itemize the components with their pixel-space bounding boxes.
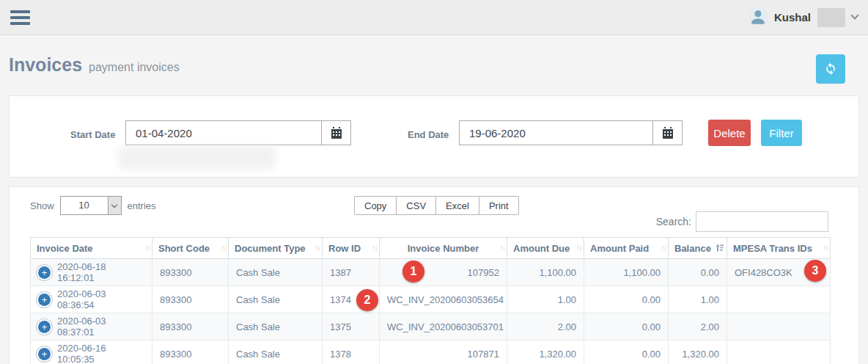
- menu-icon[interactable]: [10, 10, 30, 25]
- cell-invoice-date: 2020-06-03 08:37:01: [57, 316, 144, 338]
- cell-document-type: Cash Sale: [229, 313, 323, 341]
- page-title-text: Invoices: [9, 54, 82, 76]
- excel-button[interactable]: Excel: [435, 196, 479, 215]
- sort-amount-icon: [715, 243, 724, 254]
- topbar: Kushal: [0, 0, 868, 35]
- cell-invoice-date: 2020-06-03 08:36:54: [57, 288, 144, 310]
- filter-panel: Start Date End Date Delete Filter: [9, 95, 859, 178]
- plus-circle-icon[interactable]: +: [38, 348, 51, 360]
- end-date-label: End Date: [408, 129, 449, 140]
- cell-amount-due: 1.00: [507, 286, 584, 313]
- user-menu[interactable]: Kushal: [749, 7, 858, 29]
- page-header: Invoices payment invoices: [0, 35, 868, 94]
- cell-balance: 1.00: [669, 286, 727, 313]
- cell-invoice-date: 2020-06-16 10:05:35: [57, 343, 144, 364]
- start-date-input[interactable]: [126, 121, 321, 145]
- sort-arrows-icon: ↑↓: [315, 243, 320, 252]
- cell-invoice-number: 107952: [380, 259, 507, 286]
- page-length-select[interactable]: 10: [60, 196, 122, 215]
- start-date-group: [125, 120, 351, 145]
- cell-mpesa-trans-ids: [727, 313, 831, 341]
- cell-amount-paid: 0.00: [584, 286, 669, 313]
- table-row: +2020-06-16 10:05:35 893300 Cash Sale 13…: [31, 341, 831, 364]
- column-header-row-id[interactable]: Row ID↑↓: [323, 238, 380, 259]
- export-buttons: Copy CSV Excel Print: [354, 196, 519, 215]
- cell-short-code: 893300: [152, 259, 229, 286]
- page-subtitle: payment invoices: [89, 61, 180, 74]
- cell-balance: 2.00: [669, 313, 727, 341]
- cell-row-id: 1387: [323, 259, 380, 286]
- show-label: Show: [30, 200, 54, 211]
- column-header-amount-paid[interactable]: Amount Paid↑↓: [584, 238, 669, 259]
- table-header-row: Invoice Date↑↓ Short Code↑↓ Document Typ…: [31, 238, 831, 259]
- column-header-invoice-date[interactable]: Invoice Date↑↓: [31, 238, 152, 259]
- cell-invoice-number: 107871: [380, 341, 507, 364]
- search-input[interactable]: [696, 211, 828, 232]
- plus-circle-icon[interactable]: +: [38, 294, 51, 306]
- filter-button[interactable]: Filter: [761, 120, 802, 146]
- column-header-document-type[interactable]: Document Type↑↓: [229, 238, 323, 259]
- column-header-short-code[interactable]: Short Code↑↓: [152, 238, 229, 259]
- sort-arrows-icon: ↑↓: [661, 243, 666, 252]
- cell-balance: 1,320.00: [669, 341, 727, 364]
- page-length-control: Show 10 entries: [30, 196, 156, 215]
- column-header-invoice-number[interactable]: Invoice Number↑↓: [380, 238, 507, 259]
- cell-amount-paid: 0.00: [584, 341, 669, 364]
- redacted-text-area: [118, 146, 276, 170]
- chevron-down-icon: [108, 197, 121, 214]
- table-row: +2020-06-18 16:12:01 893300 Cash Sale 13…: [31, 259, 831, 286]
- plus-circle-icon[interactable]: +: [38, 321, 51, 333]
- sort-arrows-icon: ↑↓: [576, 243, 581, 252]
- cell-mpesa-trans-ids: [727, 286, 831, 313]
- plus-circle-icon[interactable]: +: [38, 266, 51, 279]
- sort-arrows-icon: ↑↓: [144, 243, 150, 252]
- chevron-down-icon: [850, 11, 858, 19]
- column-header-amount-due[interactable]: Amount Due↑↓: [507, 238, 584, 259]
- column-header-mpesa-trans-ids[interactable]: MPESA Trans IDs↑↓: [727, 238, 831, 259]
- cell-document-type: Cash Sale: [229, 259, 323, 286]
- column-header-balance[interactable]: Balance: [669, 238, 727, 259]
- cell-row-id: 1378: [323, 341, 380, 364]
- sort-arrows-icon: ↑↓: [372, 243, 377, 252]
- copy-button[interactable]: Copy: [354, 196, 397, 215]
- cell-amount-due: 2.00: [507, 313, 584, 341]
- end-date-group: [459, 120, 683, 145]
- annotation-marker-3: 3: [804, 260, 826, 282]
- annotation-marker-1: 1: [402, 261, 424, 283]
- calendar-icon[interactable]: [652, 121, 682, 145]
- page-title: Invoices payment invoices: [9, 54, 180, 76]
- refresh-button[interactable]: [816, 54, 845, 84]
- csv-button[interactable]: CSV: [396, 196, 436, 215]
- cell-invoice-number: WC_INV_20200603053701: [380, 313, 507, 341]
- invoices-table: Invoice Date↑↓ Short Code↑↓ Document Typ…: [30, 237, 830, 364]
- search-control: Search:: [656, 211, 828, 232]
- sort-arrows-icon: ↑↓: [499, 243, 504, 252]
- search-label: Search:: [656, 216, 691, 228]
- calendar-icon[interactable]: [321, 121, 350, 145]
- delete-button[interactable]: Delete: [708, 120, 751, 146]
- invoices-table-panel: Show 10 entries Copy CSV Excel Print Sea…: [9, 186, 859, 364]
- user-surname-redacted: [817, 8, 845, 27]
- start-date-label: Start Date: [70, 129, 115, 140]
- print-button[interactable]: Print: [479, 196, 519, 215]
- sort-arrows-icon: ↑↓: [823, 243, 828, 252]
- cell-document-type: Cash Sale: [229, 286, 323, 313]
- user-avatar-icon: [749, 7, 768, 29]
- annotation-marker-2: 2: [356, 289, 378, 311]
- table-row: +2020-06-03 08:36:54 893300 Cash Sale 13…: [31, 286, 831, 313]
- cell-mpesa-trans-ids: [727, 341, 831, 364]
- end-date-input[interactable]: [460, 121, 652, 145]
- cell-short-code: 893300: [152, 341, 229, 364]
- cell-short-code: 893300: [152, 286, 229, 313]
- cell-invoice-number: WC_INV_20200603053654: [380, 286, 507, 313]
- cell-amount-paid: 0.00: [584, 313, 669, 341]
- cell-row-id: 1375: [323, 313, 380, 341]
- cell-document-type: Cash Sale: [229, 341, 323, 364]
- entries-label: entries: [128, 200, 156, 211]
- user-name: Kushal: [774, 11, 811, 23]
- cell-amount-due: 1,100.00: [507, 259, 584, 286]
- sort-arrows-icon: ↑↓: [221, 243, 226, 252]
- page-length-value: 10: [61, 197, 108, 214]
- cell-invoice-date: 2020-06-18 16:12:01: [57, 261, 144, 283]
- cell-short-code: 893300: [152, 313, 229, 341]
